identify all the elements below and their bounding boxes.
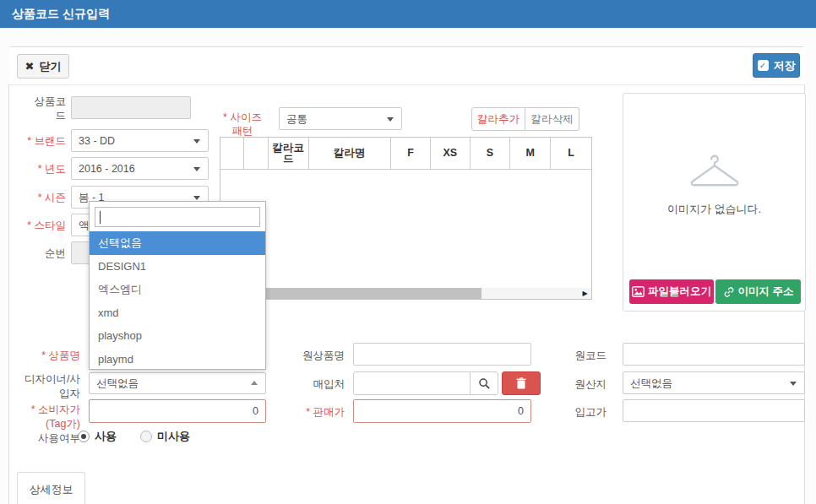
product-name-label: * 상품명	[15, 349, 80, 363]
hanger-icon	[685, 151, 744, 190]
origin-select-value: 선택없음	[630, 376, 672, 390]
product-code-label: 상품코드	[29, 95, 66, 123]
incoming-price-input[interactable]	[623, 399, 805, 422]
size-pattern-select[interactable]: 공통	[279, 107, 402, 130]
consumer-price-sub-label: (Tag가)	[46, 418, 80, 430]
sale-price-label: * 판매가	[279, 405, 345, 420]
size-pattern-select-value: 공통	[286, 111, 307, 126]
dropdown-option[interactable]: DESIGN1	[90, 255, 265, 279]
use-status-label: 사용여부	[15, 431, 80, 446]
table-header-color-code: 칼라코드	[269, 138, 309, 169]
page-title: 상품코드 신규입력	[12, 0, 110, 28]
add-color-button[interactable]: 칼라추가	[471, 107, 525, 131]
required-asterisk: *	[306, 406, 310, 418]
trash-icon	[516, 377, 526, 389]
designer-buyer-select[interactable]: 선택없음	[89, 372, 266, 394]
table-header-size-s: S	[471, 138, 511, 169]
close-icon: ✖	[25, 60, 35, 73]
year-label: * 년도	[15, 162, 66, 176]
table-horizontal-scrollbar[interactable]: ▶	[220, 288, 591, 299]
orig-product-name-input[interactable]	[353, 343, 531, 366]
load-file-button[interactable]: 파일불러오기	[629, 279, 714, 304]
designer-buyer-dropdown: 선택없음 DESIGN1 엑스엠디 xmd playshop playmd	[89, 201, 266, 370]
chevron-down-icon	[387, 117, 394, 122]
close-button[interactable]: ✖ 닫기	[17, 54, 69, 79]
chevron-down-icon	[193, 196, 200, 200]
save-button[interactable]: ✓ 저장	[753, 53, 800, 78]
color-size-table: 칼라코드 칼라명 F XS S M L ▶	[220, 137, 592, 300]
table-header-size-xs: XS	[431, 138, 471, 169]
dropdown-option-list: 선택없음 DESIGN1 엑스엠디 xmd playshop playmd	[90, 231, 265, 371]
season-label: * 시즌	[15, 191, 66, 205]
incoming-price-label: 입고가	[541, 405, 607, 420]
toolbar	[8, 47, 805, 85]
year-select-value: 2016 - 2016	[79, 163, 135, 175]
sale-price-input[interactable]	[353, 399, 531, 423]
sequence-label: 순번	[15, 247, 66, 261]
required-asterisk: *	[31, 404, 35, 415]
orig-product-name-label: 원상품명	[279, 349, 345, 363]
save-button-label: 저장	[774, 58, 796, 73]
close-button-label: 닫기	[39, 59, 61, 74]
consumer-price-label: * 소비자가(Tag가)	[15, 403, 80, 431]
orig-code-label: 원코드	[541, 349, 607, 363]
chevron-up-icon	[251, 381, 258, 385]
origin-label: 원산지	[541, 377, 607, 392]
use-radio-selected[interactable]	[78, 431, 90, 442]
image-url-button-label: 이미지 주소	[738, 285, 794, 299]
required-asterisk: *	[27, 219, 31, 231]
table-header-color-name: 칼라명	[309, 138, 392, 169]
dropdown-option[interactable]: xmd	[90, 301, 265, 325]
link-icon	[723, 286, 735, 298]
use-yes-label: 사용	[95, 429, 117, 444]
size-pattern-label: * 사이즈 패턴	[220, 111, 265, 138]
text-cursor	[100, 211, 101, 224]
image-icon	[632, 286, 645, 297]
use-no-label: 미사용	[157, 429, 190, 444]
use-radio-unselected[interactable]	[140, 431, 152, 442]
table-header-blank1	[220, 138, 244, 169]
chevron-down-icon	[790, 382, 797, 386]
dropdown-option[interactable]: playshop	[90, 324, 265, 348]
table-header-blank2	[244, 138, 269, 169]
search-icon	[478, 377, 491, 390]
brand-label: * 브랜드	[15, 134, 66, 149]
required-asterisk: *	[27, 135, 31, 147]
required-asterisk: *	[38, 163, 42, 175]
dropdown-option[interactable]: 선택없음	[90, 231, 265, 255]
check-icon: ✓	[758, 60, 769, 71]
required-asterisk: *	[223, 111, 227, 123]
delete-color-button[interactable]: 칼라삭제	[525, 107, 579, 131]
vendor-input[interactable]	[353, 371, 471, 395]
dropdown-search-input[interactable]	[95, 207, 260, 227]
product-code-entry-page: 상품코드 신규입력 ✖ 닫기 ✓ 저장 상품코드 * 브랜드 33 - DD *…	[0, 0, 816, 504]
style-label: * 스타일	[15, 219, 66, 233]
required-asterisk: *	[41, 350, 46, 361]
use-status-radio-group: 사용 미사용	[78, 429, 190, 444]
designer-buyer-label: 디자이너/사입자	[15, 372, 80, 401]
brand-select[interactable]: 33 - DD	[71, 129, 209, 152]
tab-detail-info[interactable]: 상세정보	[17, 472, 85, 504]
chevron-down-icon	[193, 139, 200, 144]
vendor-label: 매입처	[279, 377, 345, 392]
product-code-input[interactable]	[71, 96, 191, 119]
table-header-row: 칼라코드 칼라명 F XS S M L	[220, 138, 591, 170]
table-header-size-l: L	[551, 138, 591, 169]
image-url-button[interactable]: 이미지 주소	[715, 279, 801, 304]
color-button-group: 칼라추가 칼라삭제	[471, 107, 579, 131]
consumer-price-input[interactable]	[89, 399, 266, 423]
brand-select-value: 33 - DD	[79, 135, 115, 147]
scrollbar-right-arrow[interactable]: ▶	[579, 288, 590, 299]
designer-buyer-select-value: 선택없음	[96, 377, 139, 391]
required-asterisk: *	[38, 192, 42, 203]
load-file-button-label: 파일불러오기	[648, 285, 711, 299]
orig-code-input[interactable]	[623, 343, 805, 366]
vendor-clear-button[interactable]	[502, 371, 541, 395]
dropdown-option[interactable]: 엑스엠디	[90, 278, 265, 301]
no-image-text: 이미지가 없습니다.	[623, 202, 805, 217]
origin-select[interactable]: 선택없음	[623, 371, 805, 394]
dropdown-option[interactable]: playmd	[90, 348, 265, 371]
table-header-size-f: F	[391, 138, 431, 169]
vendor-search-button[interactable]	[470, 371, 498, 395]
year-select[interactable]: 2016 - 2016	[71, 157, 209, 180]
